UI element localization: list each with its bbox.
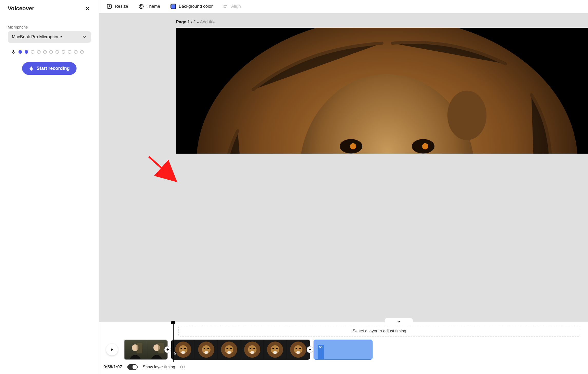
panel-body: Microphone MacBook Pro Microphone Start …: [0, 18, 99, 81]
add-title-placeholder: Add title: [200, 20, 216, 24]
microphone-select[interactable]: MacBook Pro Microphone: [8, 31, 91, 43]
timeline-clip-2[interactable]: [171, 340, 310, 360]
svg-point-50: [273, 351, 277, 354]
info-icon[interactable]: i: [180, 365, 185, 369]
page-number: Page 1 / 1 -: [176, 20, 200, 24]
canvas[interactable]: [176, 28, 588, 154]
mic-level-meter: [11, 49, 91, 54]
svg-point-33: [204, 348, 205, 350]
color-swatch-icon: [170, 4, 176, 9]
svg-point-40: [227, 351, 231, 354]
svg-point-17: [350, 143, 356, 149]
timeline-collapse-handle[interactable]: [385, 318, 413, 325]
canvas-image: [176, 28, 588, 154]
timeline-clip-2-wrap: 5s +: [171, 340, 310, 360]
svg-point-30: [181, 351, 185, 354]
level-dot: [62, 50, 65, 54]
microphone-icon: [11, 49, 16, 54]
microphone-icon: [29, 66, 34, 71]
insert-clip-button[interactable]: +: [164, 346, 171, 353]
svg-point-7: [140, 7, 140, 7]
svg-point-20: [447, 91, 486, 140]
panel-header: Voiceover: [0, 0, 99, 18]
insert-clip-button[interactable]: +: [307, 346, 313, 353]
theme-label: Theme: [147, 4, 160, 9]
level-dot: [37, 50, 41, 54]
timeline-footer: 0:58/1:07 Show layer timing i: [99, 361, 588, 370]
level-dot: [55, 50, 59, 54]
svg-rect-10: [225, 5, 227, 6]
resize-icon: [107, 4, 112, 9]
svg-point-54: [299, 348, 301, 350]
svg-point-43: [250, 348, 251, 350]
clip-frame: [263, 340, 287, 359]
svg-point-39: [230, 348, 232, 350]
svg-point-28: [181, 348, 182, 350]
resize-button[interactable]: Resize: [107, 4, 128, 9]
start-recording-label: Start recording: [36, 66, 70, 71]
svg-point-6: [142, 5, 142, 6]
layer-timing-hint: Select a layer to adjust timing: [178, 326, 580, 336]
svg-point-29: [184, 348, 186, 350]
clip-frame: [241, 340, 264, 359]
svg-line-21: [149, 157, 175, 180]
voiceover-panel: Voiceover Microphone MacBook Pro Microph…: [0, 0, 99, 374]
play-button[interactable]: [106, 344, 118, 356]
clip-frame: [125, 340, 146, 359]
clip-frame: [287, 340, 310, 359]
svg-point-55: [296, 351, 300, 354]
svg-point-35: [204, 351, 208, 354]
level-dot: [25, 50, 28, 54]
clip-frame: [146, 340, 167, 359]
page-indicator[interactable]: Page 1 / 1 - Add title: [176, 20, 216, 25]
align-button: Align: [223, 4, 241, 9]
level-dot: [49, 50, 53, 54]
svg-rect-11: [225, 7, 226, 8]
chevron-down-icon: [396, 319, 401, 324]
timeline-tracks[interactable]: + 5s +: [99, 339, 588, 361]
show-layer-timing-toggle[interactable]: [127, 364, 138, 370]
timeline-clip-1[interactable]: [124, 340, 168, 360]
show-layer-timing-label: Show layer timing: [143, 365, 175, 369]
playhead[interactable]: [173, 324, 174, 362]
annotation-arrow: [148, 155, 181, 184]
clip-frame: [217, 340, 241, 359]
editor-main: Resize Theme Background color Align Page…: [99, 0, 588, 374]
svg-point-34: [207, 348, 209, 350]
svg-point-18: [422, 143, 428, 149]
canvas-toolbar: Resize Theme Background color Align: [99, 0, 588, 13]
align-label: Align: [231, 4, 241, 9]
timeline-clip-3-wrap: 5s: [314, 340, 373, 360]
svg-point-38: [226, 348, 228, 350]
level-dot: [74, 50, 78, 54]
start-recording-button[interactable]: Start recording: [22, 62, 76, 75]
background-color-label: Background color: [179, 4, 213, 9]
chevron-down-icon: [83, 35, 87, 39]
level-dot: [18, 50, 22, 54]
timecode: 0:58/1:07: [103, 364, 122, 370]
svg-rect-0: [13, 53, 14, 54]
microphone-label: Microphone: [8, 25, 91, 29]
svg-point-4: [139, 4, 144, 9]
align-icon: [223, 4, 229, 9]
level-dot: [31, 50, 34, 54]
resize-label: Resize: [115, 4, 128, 9]
svg-point-53: [296, 348, 297, 350]
level-dot: [80, 50, 84, 54]
clip-frame: [172, 340, 195, 359]
level-dot: [43, 50, 47, 54]
timeline-clip-3[interactable]: 5s: [314, 340, 373, 360]
theme-button[interactable]: Theme: [138, 4, 160, 9]
close-button[interactable]: [84, 5, 91, 12]
svg-point-44: [253, 348, 255, 350]
svg-point-48: [272, 348, 274, 350]
svg-point-45: [250, 351, 254, 354]
palette-icon: [138, 4, 144, 9]
svg-point-49: [276, 348, 278, 350]
background-color-button[interactable]: Background color: [170, 4, 213, 9]
svg-rect-25: [158, 343, 164, 353]
svg-point-8: [142, 7, 142, 7]
stage: Page 1 / 1 - Add title: [99, 13, 588, 322]
svg-point-5: [140, 5, 141, 6]
microphone-selected-value: MacBook Pro Microphone: [12, 34, 62, 40]
